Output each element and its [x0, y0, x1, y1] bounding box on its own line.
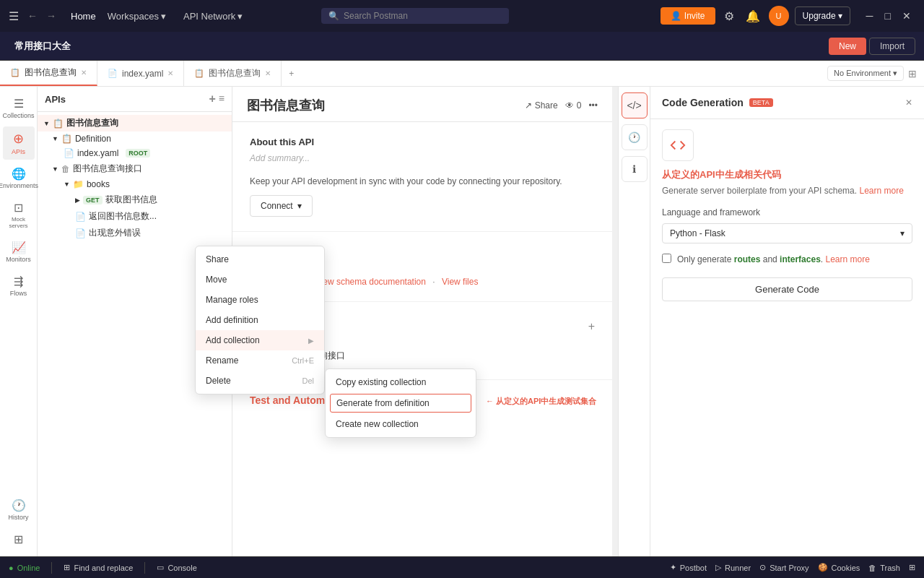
avatar[interactable]: U	[769, 6, 789, 26]
find-replace-button[interactable]: ⊞ Find and replace	[64, 563, 133, 572]
invite-button[interactable]: 👤 Invite	[661, 7, 715, 25]
error-label: 出现意外错误	[89, 227, 141, 239]
sidebar-item-flows[interactable]: ⇶ Flows	[3, 270, 35, 301]
extra-icon: ⊞	[14, 532, 23, 546]
tab-add-button[interactable]: +	[282, 61, 301, 86]
tree-get-request[interactable]: ▶ GET 获取图书信息	[38, 191, 232, 208]
lang-chevron: ▾	[900, 228, 905, 238]
api-network-button[interactable]: API Network ▾	[183, 11, 243, 22]
tab-1[interactable]: 📄 index.yaml ✕	[97, 61, 184, 86]
eye-icon: 👁	[565, 100, 574, 111]
menu-icon[interactable]: ☰	[9, 9, 19, 23]
tab-close-1[interactable]: ✕	[167, 69, 173, 77]
tree-error-item[interactable]: 📄 出现意外错误	[38, 225, 232, 241]
apis-icon: ⊕	[13, 131, 24, 147]
maximize-button[interactable]: □	[881, 9, 895, 23]
tab-close-2[interactable]: ✕	[265, 69, 271, 77]
context-move[interactable]: Move	[196, 269, 324, 290]
tree-response-item[interactable]: 📄 返回图书信息数...	[38, 208, 232, 225]
cookies-icon: 🍪	[818, 563, 828, 572]
history-panel-icon[interactable]: 🕐	[622, 124, 648, 150]
sub-copy-collection[interactable]: Copy existing collection	[326, 372, 476, 392]
trash-button[interactable]: 🗑 Trash	[868, 563, 900, 572]
generate-code-button[interactable]: Generate Code	[662, 277, 912, 301]
more-options-button[interactable]: •••	[588, 100, 598, 111]
history-icon: 🕐	[12, 499, 26, 512]
new-button[interactable]: New	[829, 38, 866, 55]
add-summary-field[interactable]: Add summary...	[250, 153, 310, 163]
lang-select[interactable]: Python - Flask ▾	[662, 223, 912, 243]
learn-more-link-1[interactable]: Learn more	[859, 186, 903, 196]
view-schema-link[interactable]: View schema documentation	[315, 277, 426, 287]
sub-context-menu: Copy existing collection Generate from d…	[325, 368, 476, 438]
sidebar-item-apis[interactable]: ⊕ APIs	[3, 126, 35, 160]
forward-arrow[interactable]: →	[43, 9, 59, 23]
workspaces-button[interactable]: Workspaces ▾	[108, 11, 166, 22]
sidebar-item-history[interactable]: 🕐 History	[3, 494, 35, 525]
runner-button[interactable]: ▷ Runner	[715, 563, 751, 572]
tab-0[interactable]: 📋 图书信息查询 ✕	[0, 61, 97, 86]
back-arrow[interactable]: ←	[25, 9, 40, 23]
settings-icon[interactable]: ⚙	[721, 7, 737, 26]
beta-badge: BETA	[749, 98, 773, 107]
add-collection-button[interactable]: +	[588, 320, 595, 333]
view-files-link[interactable]: View files	[442, 277, 478, 287]
scrollbar	[612, 87, 618, 556]
context-rename[interactable]: Rename Ctrl+E	[196, 350, 324, 371]
env-select[interactable]: No Environment ▾	[827, 66, 904, 81]
sub-create-collection[interactable]: Create new collection	[326, 414, 476, 434]
close-button[interactable]: ✕	[898, 9, 915, 23]
tree-api-root[interactable]: ▼ 📋 图书信息查询	[38, 115, 232, 131]
search-bar[interactable]: 🔍 Search Postman	[321, 8, 509, 24]
sort-button[interactable]: ≡	[219, 92, 225, 105]
context-manage-roles[interactable]: Manage roles	[196, 290, 324, 310]
sub-generate-definition[interactable]: Generate from definition ← 从定义的API中生成测试集…	[330, 394, 471, 413]
code-gen-body: 从定义的API中生成相关代码 Generate server boilerpla…	[650, 119, 924, 556]
layout-button[interactable]: ⊞	[909, 563, 915, 572]
sidebar-item-extra[interactable]: ⊞	[3, 528, 35, 551]
connect-button[interactable]: Connect ▾	[250, 195, 313, 217]
tab-label-2: 图书信息查询	[209, 67, 261, 79]
sidebar-item-mock-servers[interactable]: ⊡ Mock servers	[3, 197, 35, 233]
tab-close-0[interactable]: ✕	[81, 69, 87, 77]
language-section: Language and framework Python - Flask ▾ …	[662, 207, 912, 301]
routes-checkbox[interactable]	[662, 254, 671, 263]
minimize-button[interactable]: ─	[862, 9, 878, 23]
search-icon: 🔍	[328, 11, 339, 21]
add-api-button[interactable]: +	[209, 92, 215, 105]
cookies-button[interactable]: 🍪 Cookies	[818, 563, 860, 572]
close-code-gen-button[interactable]: ✕	[905, 98, 912, 108]
code-gen-title: Code Generation	[662, 97, 744, 108]
tree-books-folder[interactable]: ▼ 📁 books	[38, 177, 232, 191]
context-add-definition[interactable]: Add definition	[196, 310, 324, 330]
tree-index-yaml[interactable]: 📄 index.yaml ROOT	[38, 146, 232, 160]
env-settings-icon[interactable]: ⊞	[908, 68, 917, 79]
env-chevron: ▾	[893, 69, 897, 77]
sidebar-item-environments[interactable]: 🌐 Environments	[3, 163, 35, 194]
tab-2[interactable]: 📋 图书信息查询 ✕	[184, 61, 282, 86]
tree-definition[interactable]: ▼ 📋 Definition	[38, 131, 232, 146]
sidebar-item-collections[interactable]: ☰ Collections	[3, 92, 35, 124]
sidebar-item-monitors[interactable]: 📈 Monitors	[3, 236, 35, 267]
tree-api-interface[interactable]: ▼ 🗑 图书信息查询接口	[38, 160, 232, 177]
env-label: No Environment	[834, 69, 891, 77]
learn-more-link-2[interactable]: Learn more	[825, 254, 869, 264]
import-button[interactable]: Import	[869, 38, 915, 55]
notification-icon[interactable]: 🔔	[743, 7, 763, 26]
connect-btn-label: Connect	[261, 201, 293, 211]
info-panel-icon[interactable]: ℹ	[622, 156, 648, 182]
upgrade-button[interactable]: Upgrade ▾	[795, 7, 850, 25]
context-share[interactable]: Share	[196, 249, 324, 269]
share-button[interactable]: ↗ Share	[525, 100, 558, 111]
postbot-button[interactable]: ✦ Postbot	[670, 563, 707, 572]
home-link[interactable]: Home	[65, 11, 102, 22]
workspace-name: 常用接口大全	[9, 37, 77, 56]
code-panel-icon[interactable]: </>	[622, 92, 648, 118]
context-add-collection[interactable]: Add collection ▶	[196, 330, 324, 350]
watch-button[interactable]: 👁 0	[565, 100, 582, 111]
online-status: ● Online	[9, 564, 40, 572]
start-proxy-button[interactable]: ⊙ Start Proxy	[759, 563, 808, 572]
api-interface-label: 图书信息查询接口	[73, 163, 142, 175]
console-button[interactable]: ▭ Console	[157, 563, 196, 572]
context-delete[interactable]: Delete Del	[196, 371, 324, 391]
